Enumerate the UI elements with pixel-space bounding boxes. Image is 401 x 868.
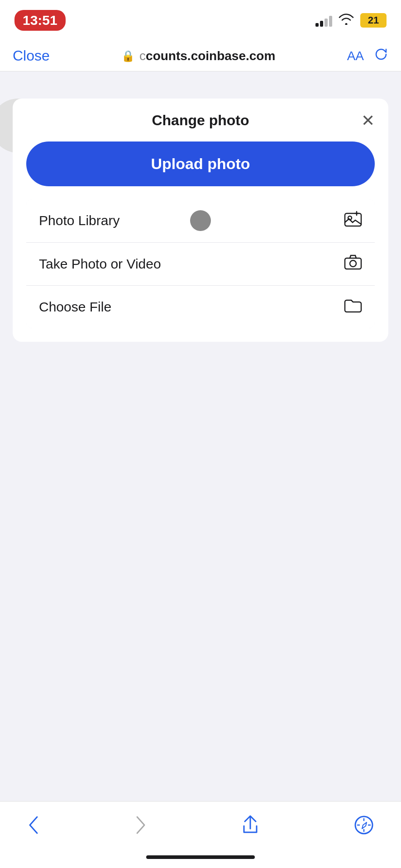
photo-library-option[interactable]: Photo Library — [26, 199, 375, 243]
choose-file-option[interactable]: Choose File — [26, 286, 375, 328]
home-indicator — [0, 848, 401, 868]
main-content: Change photo ✕ Upload photo Photo Librar… — [0, 71, 401, 571]
empty-space — [0, 571, 401, 801]
aa-button[interactable]: AA — [347, 49, 364, 63]
status-bar: 13:51 21 — [0, 0, 401, 41]
modal-header: Change photo ✕ — [26, 112, 375, 129]
choose-file-label: Choose File — [39, 299, 111, 315]
camera-icon — [344, 255, 362, 274]
browser-bar: Close 🔒 ccounts.coinbase.com AA — [0, 41, 401, 71]
photo-library-icon — [344, 211, 362, 231]
home-bar — [146, 855, 255, 859]
status-icons: 21 — [315, 13, 387, 28]
drag-handle — [190, 210, 211, 231]
status-time: 13:51 — [14, 10, 66, 31]
change-photo-modal: Change photo ✕ Upload photo Photo Librar… — [13, 99, 388, 342]
signal-bars-icon — [315, 14, 332, 27]
close-button[interactable]: Close — [13, 47, 50, 64]
share-button[interactable] — [237, 811, 264, 844]
reload-button[interactable] — [374, 47, 388, 65]
photo-library-label: Photo Library — [39, 213, 119, 228]
svg-rect-2 — [345, 258, 361, 269]
forward-button[interactable] — [130, 811, 152, 844]
options-list: Photo Library Take Photo or Video — [26, 199, 375, 328]
back-button[interactable] — [23, 811, 44, 844]
modal-title: Change photo — [152, 112, 249, 129]
bottom-toolbar — [0, 801, 401, 848]
url-prefix: c — [139, 49, 146, 63]
wifi-icon — [339, 13, 354, 28]
folder-icon — [344, 297, 362, 316]
take-photo-label: Take Photo or Video — [39, 256, 161, 272]
take-photo-option[interactable]: Take Photo or Video — [26, 243, 375, 286]
upload-photo-button[interactable]: Upload photo — [26, 142, 375, 186]
modal-close-button[interactable]: ✕ — [361, 113, 375, 129]
browser-address: 🔒 ccounts.coinbase.com — [60, 49, 337, 63]
browser-url: ccounts.coinbase.com — [139, 49, 275, 63]
lock-icon: 🔒 — [121, 50, 135, 62]
compass-button[interactable] — [349, 811, 378, 844]
battery-icon: 21 — [360, 13, 387, 28]
svg-point-3 — [350, 260, 356, 267]
